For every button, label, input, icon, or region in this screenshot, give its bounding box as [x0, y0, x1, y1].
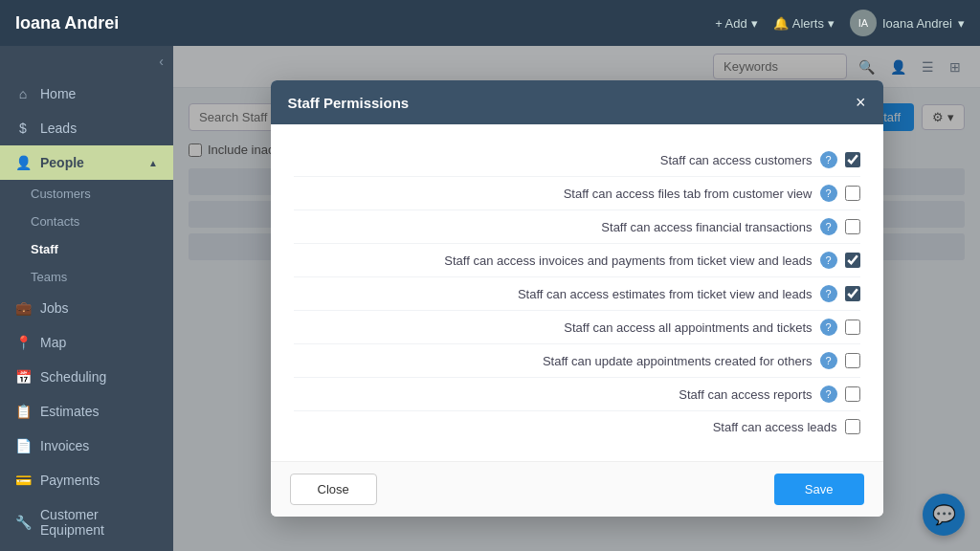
payments-icon: 💳 — [15, 473, 31, 488]
permission-label: Staff can update appointments created fo… — [294, 354, 813, 368]
modal-close-button[interactable]: × — [856, 94, 866, 111]
sidebar-item-home[interactable]: ⌂ Home — [0, 77, 173, 111]
dollar-icon: $ — [15, 121, 31, 136]
help-icon[interactable]: ? — [820, 386, 837, 403]
permission-label: Staff can access estimates from ticket v… — [294, 287, 813, 301]
permission-checkbox-access-reports[interactable] — [845, 386, 860, 402]
help-icon[interactable]: ? — [820, 151, 837, 168]
sidebar-item-jobs[interactable]: 💼 Jobs — [0, 291, 173, 325]
sidebar-item-invoices[interactable]: 📄 Invoices — [0, 429, 173, 463]
sidebar-item-people[interactable]: 👤 People ▲ — [0, 145, 173, 180]
permission-row-access-estimates: Staff can access estimates from ticket v… — [294, 277, 860, 311]
people-submenu: Customers Contacts Staff Teams — [0, 180, 173, 291]
permission-row-access-appointments: Staff can access all appointments and ti… — [294, 311, 860, 344]
people-expand-icon: ▲ — [148, 158, 158, 168]
calendar-icon: 📅 — [15, 369, 31, 385]
sidebar-item-payments[interactable]: 💳 Payments — [0, 463, 173, 497]
sidebar-item-reports[interactable]: 📊 Reports — [0, 547, 173, 551]
help-icon[interactable]: ? — [820, 252, 837, 269]
permission-row-update-appointments: Staff can update appointments created fo… — [294, 344, 860, 378]
permission-checkbox-access-customers[interactable] — [845, 152, 860, 167]
modal-body: Staff can access customers ? Staff can a… — [271, 124, 883, 461]
user-menu[interactable]: IA Ioana Andrei ▾ — [850, 10, 965, 36]
modal-footer: Close Save — [271, 461, 883, 517]
permission-label: Staff can access reports — [294, 387, 813, 402]
briefcase-icon: 💼 — [15, 300, 31, 316]
sidebar-item-scheduling[interactable]: 📅 Scheduling — [0, 360, 173, 394]
sidebar-item-customers[interactable]: Customers — [31, 180, 173, 208]
sidebar-item-teams[interactable]: Teams — [31, 263, 173, 291]
close-button[interactable]: Close — [290, 474, 377, 505]
modal-overlay: Staff Permissions × Staff can access cus… — [173, 46, 980, 551]
sidebar-item-estimates[interactable]: 📋 Estimates — [0, 394, 173, 429]
help-icon[interactable]: ? — [820, 285, 837, 302]
permission-checkbox-access-leads[interactable] — [845, 419, 860, 434]
permission-checkbox-update-appointments[interactable] — [845, 353, 860, 368]
save-button[interactable]: Save — [774, 474, 864, 505]
staff-permissions-modal: Staff Permissions × Staff can access cus… — [271, 80, 883, 517]
add-button[interactable]: + Add ▾ — [715, 16, 758, 31]
permission-checkbox-access-files[interactable] — [845, 186, 860, 201]
avatar: IA — [850, 10, 877, 36]
header-actions: + Add ▾ 🔔 Alerts ▾ IA Ioana Andrei ▾ — [715, 10, 965, 36]
permission-row-access-financial: Staff can access financial transactions … — [294, 210, 860, 244]
home-icon: ⌂ — [15, 86, 31, 101]
permission-checkbox-access-financial[interactable] — [845, 219, 860, 234]
permission-checkbox-access-estimates[interactable] — [845, 286, 860, 301]
help-icon[interactable]: ? — [820, 185, 837, 202]
permission-label: Staff can access customers — [294, 153, 813, 167]
sidebar: ‹ ⌂ Home $ Leads 👤 People ▲ Customers Co… — [0, 46, 173, 551]
permission-label: Staff can access all appointments and ti… — [294, 320, 813, 335]
sidebar-item-leads[interactable]: $ Leads — [0, 111, 173, 145]
main-layout: ‹ ⌂ Home $ Leads 👤 People ▲ Customers Co… — [0, 46, 980, 551]
alerts-button[interactable]: 🔔 Alerts ▾ — [773, 16, 835, 31]
equipment-icon: 🔧 — [15, 515, 31, 530]
permission-checkbox-access-invoices[interactable] — [845, 253, 860, 268]
permission-label: Staff can access files tab from customer… — [294, 187, 813, 201]
map-icon: 📍 — [15, 335, 31, 350]
content-area: 🔍 👤 ☰ ⊞ + Add Staff ⚙ ▾ — [173, 46, 980, 551]
sidebar-toggle: ‹ — [0, 46, 173, 77]
header: Ioana Andrei + Add ▾ 🔔 Alerts ▾ IA Ioana… — [0, 0, 980, 46]
permission-row-access-reports: Staff can access reports ? — [294, 378, 860, 411]
sidebar-item-contacts[interactable]: Contacts — [31, 208, 173, 235]
modal-title: Staff Permissions — [288, 95, 410, 111]
sidebar-item-map[interactable]: 📍 Map — [0, 325, 173, 360]
modal-header: Staff Permissions × — [271, 80, 883, 124]
permission-label: Staff can access leads — [294, 420, 837, 434]
permission-label: Staff can access invoices and payments f… — [294, 253, 813, 268]
invoices-icon: 📄 — [15, 438, 31, 453]
permission-row-access-files: Staff can access files tab from customer… — [294, 177, 860, 210]
app-name: Ioana Andrei — [15, 13, 119, 33]
help-icon[interactable]: ? — [820, 218, 837, 235]
sidebar-item-customer-equipment[interactable]: 🔧 Customer Equipment — [0, 497, 173, 547]
sidebar-collapse-button[interactable]: ‹ — [159, 54, 164, 69]
sidebar-item-staff[interactable]: Staff — [31, 235, 173, 263]
help-icon[interactable]: ? — [820, 352, 837, 369]
permission-row-access-invoices: Staff can access invoices and payments f… — [294, 244, 860, 277]
permission-label: Staff can access financial transactions — [294, 220, 813, 234]
permission-row-access-leads: Staff can access leads — [294, 411, 860, 442]
people-icon: 👤 — [15, 155, 31, 170]
permission-row-access-customers: Staff can access customers ? — [294, 143, 860, 177]
estimates-icon: 📋 — [15, 404, 31, 419]
permission-checkbox-access-appointments[interactable] — [845, 320, 860, 335]
help-icon[interactable]: ? — [820, 319, 837, 336]
